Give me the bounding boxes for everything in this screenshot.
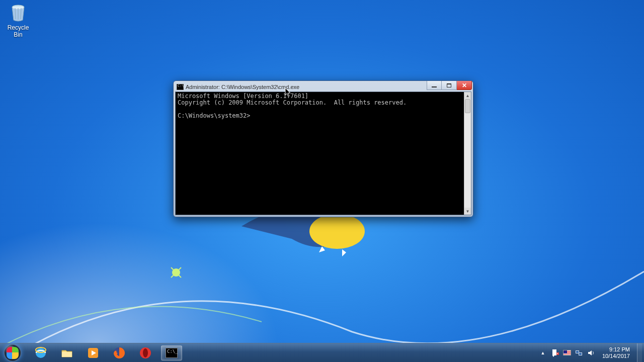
language-flag-icon[interactable] xyxy=(563,349,571,357)
clock-date: 10/14/2017 xyxy=(602,353,630,359)
opera-icon xyxy=(139,346,152,359)
svg-point-0 xyxy=(309,214,365,249)
cmd-taskbar-icon: C:\_ xyxy=(166,348,178,358)
taskbar[interactable]: C:\_ ▲ ✕ 9:12 PM 10/14/2017 xyxy=(0,343,644,362)
svg-rect-20 xyxy=(576,351,579,353)
svg-point-1 xyxy=(172,268,180,277)
scroll-thumb[interactable] xyxy=(465,99,470,113)
action-center-icon[interactable]: ✕ xyxy=(551,349,559,357)
cmd-icon xyxy=(177,84,184,90)
close-button[interactable]: ✕ xyxy=(457,81,472,90)
cmd-window[interactable]: Administrator: C:\Windows\System32\cmd.e… xyxy=(173,80,473,217)
scroll-down-button[interactable]: ▼ xyxy=(464,208,471,215)
svg-marker-15 xyxy=(552,355,554,357)
start-button[interactable] xyxy=(0,343,25,363)
taskbar-media-player[interactable] xyxy=(83,345,104,360)
minimize-button[interactable] xyxy=(427,81,442,90)
clock-time: 9:12 PM xyxy=(602,346,630,353)
svg-point-13 xyxy=(143,348,148,357)
windows-logo-icon xyxy=(4,344,21,361)
taskbar-pinned-apps: C:\_ xyxy=(25,345,182,360)
firefox-icon xyxy=(113,346,126,359)
desktop[interactable]: Recycle Bin Administrator: C:\Windows\Sy… xyxy=(0,0,644,362)
taskbar-cmd[interactable]: C:\_ xyxy=(161,345,182,360)
show-desktop-button[interactable] xyxy=(637,343,642,363)
taskbar-file-explorer[interactable] xyxy=(56,345,77,360)
recycle-bin-desktop-icon[interactable]: Recycle Bin xyxy=(3,2,33,38)
console-output[interactable]: Microsoft Windows [Version 6.1.7601] Cop… xyxy=(176,92,464,215)
folder-icon xyxy=(60,346,73,359)
vertical-scrollbar[interactable]: ▲ ▼ xyxy=(464,92,471,215)
recycle-bin-label: Recycle Bin xyxy=(3,24,33,38)
taskbar-opera[interactable] xyxy=(135,345,156,360)
tray-overflow-button[interactable]: ▲ xyxy=(539,349,547,357)
maximize-button[interactable] xyxy=(442,81,457,90)
volume-icon[interactable] xyxy=(587,349,595,357)
media-player-icon xyxy=(87,346,100,359)
window-title: Administrator: C:\Windows\System32\cmd.e… xyxy=(186,84,299,90)
taskbar-firefox[interactable] xyxy=(109,345,130,360)
taskbar-clock[interactable]: 9:12 PM 10/14/2017 xyxy=(599,346,633,359)
recycle-bin-icon xyxy=(8,2,29,23)
svg-rect-8 xyxy=(62,352,72,357)
window-client-area: Microsoft Windows [Version 6.1.7601] Cop… xyxy=(175,92,471,215)
network-icon[interactable] xyxy=(575,349,583,357)
scroll-up-button[interactable]: ▲ xyxy=(464,92,471,99)
taskbar-internet-explorer[interactable] xyxy=(30,345,51,360)
internet-explorer-icon xyxy=(34,346,47,359)
svg-text:✕: ✕ xyxy=(556,352,558,355)
svg-marker-22 xyxy=(588,350,592,355)
scroll-track[interactable] xyxy=(464,99,471,208)
system-tray: ▲ ✕ 9:12 PM 10/14/2017 xyxy=(537,343,644,363)
svg-rect-21 xyxy=(579,353,582,355)
svg-rect-14 xyxy=(552,349,556,355)
